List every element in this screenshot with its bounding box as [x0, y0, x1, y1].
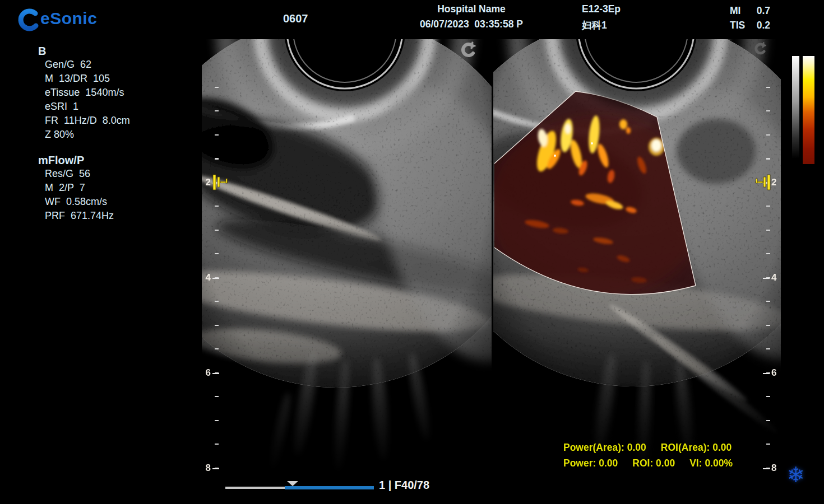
ruler-major-tick — [763, 468, 770, 469]
ultrasound-screen: { "brand": { "logo_text": "eSonic" }, "h… — [0, 0, 824, 504]
exam-datetime: 06/07/2023 03:35:58 P — [392, 18, 550, 30]
depth-label: 4 — [202, 272, 211, 283]
depth-label: 8 — [771, 463, 780, 474]
orientation-marker-icon — [460, 41, 476, 58]
focus-marker-icon[interactable] — [212, 174, 232, 192]
mflow-params: Res/G 56 M 2/P 7 WF 0.58cm/s PRF 671.74H… — [45, 168, 114, 224]
focus-marker-icon[interactable] — [752, 174, 771, 192]
param-line-esri: eSRI 1 — [45, 101, 130, 115]
mi-value: 0.7 — [757, 5, 770, 17]
exam-id: 0607 — [283, 12, 308, 25]
depth-label: 8 — [202, 463, 211, 474]
roi-readout: ROI: 0.00 — [632, 458, 675, 469]
logo-crescent-icon — [15, 3, 43, 34]
param-line-wall-filter: WF 0.58cm/s — [45, 196, 114, 210]
power-readout: Power: 0.00 — [563, 458, 618, 469]
logo-text: eSonic — [40, 9, 97, 28]
hospital-block: Hospital Name 06/07/2023 03:35:58 P — [392, 3, 550, 30]
power-area-readout: Power(Area): 0.00 — [563, 442, 646, 454]
freeze-icon[interactable]: ❄ — [787, 463, 805, 487]
param-line-etissue: eTissue 1540m/s — [45, 87, 130, 101]
cine-scrollbar-handle[interactable] — [287, 481, 298, 486]
ruler-major-tick — [763, 373, 770, 374]
param-line-prf: PRF 671.74Hz — [45, 210, 114, 224]
tis-value: 0.2 — [757, 20, 770, 31]
roi-area-readout: ROI(Area): 0.00 — [661, 442, 732, 454]
param-line-gain: Gen/G 62 — [45, 59, 130, 73]
b-mode-params: Gen/G 62 M 13/DR 105 eTissue 1540m/s eSR… — [45, 59, 130, 143]
param-line-map-persist: M 2/P 7 — [45, 182, 114, 196]
depth-label: 4 — [771, 272, 780, 283]
depth-label: 2 — [771, 177, 780, 188]
probe-model: E12-3Ep — [582, 3, 621, 15]
flow-measurements-row2: Power: 0.00 ROI: 0.00 VI: 0.00% — [563, 458, 733, 469]
acoustic-output-block: MI 0.7 TIS 0.2 — [730, 5, 770, 31]
ruler-major-tick — [212, 468, 219, 469]
ruler-major-tick — [212, 278, 219, 279]
vi-readout: VI: 0.00% — [689, 458, 733, 469]
ruler-major-tick — [212, 373, 219, 374]
param-line-map-dr: M 13/DR 105 — [45, 73, 130, 87]
color-map-bar — [803, 56, 814, 164]
mi-readout: MI 0.7 — [730, 5, 770, 17]
param-line-zoom: Z 80% — [45, 129, 130, 143]
cine-scrollbar-progress[interactable] — [285, 486, 374, 489]
exam-preset: 妇科1 — [582, 18, 621, 32]
mflow-image[interactable] — [493, 39, 781, 476]
hospital-name: Hospital Name — [392, 3, 550, 15]
flow-measurements-row1: Power(Area): 0.00 ROI(Area): 0.00 — [563, 442, 732, 454]
b-mode-params-title: B — [38, 45, 46, 58]
depth-label: 2 — [202, 177, 211, 188]
probe-block: E12-3Ep 妇科1 — [582, 3, 621, 32]
mflow-params-title: mFlow/P — [38, 154, 84, 167]
tis-label: TIS — [730, 20, 745, 31]
orientation-marker-icon — [753, 41, 767, 55]
depth-label: 6 — [771, 367, 780, 379]
frame-counter: 1 | F40/78 — [379, 479, 429, 492]
depth-label: 6 — [202, 367, 211, 379]
grayscale-map-bar — [792, 56, 799, 158]
app-logo: eSonic — [15, 3, 97, 34]
param-line-res-gain: Res/G 56 — [45, 168, 114, 182]
ruler-major-tick — [763, 278, 770, 279]
tis-readout: TIS 0.2 — [730, 20, 770, 31]
b-mode-image[interactable] — [202, 39, 492, 476]
param-line-fr-depth: FR 11Hz/D 8.0cm — [45, 115, 130, 129]
mi-label: MI — [730, 5, 740, 17]
